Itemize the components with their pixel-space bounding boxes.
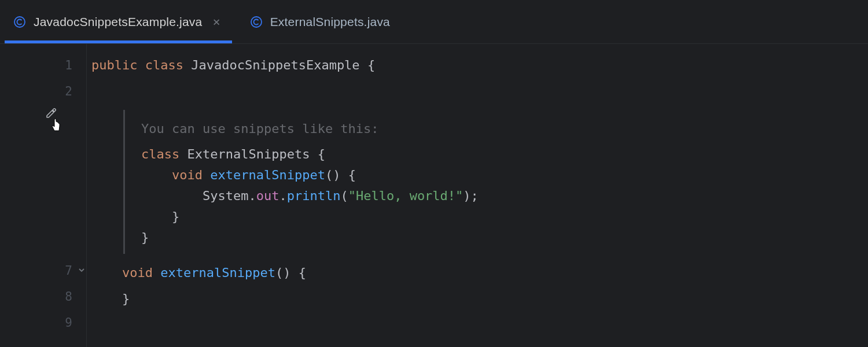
code-line: void externalSnippet() { [91,260,868,286]
tab-bar: JavadocSnippetsExample.java × ExternalSn… [0,0,868,44]
code-line [91,78,868,104]
java-class-icon [251,16,262,28]
svg-point-0 [14,17,25,27]
tab-external-snippets[interactable]: ExternalSnippets.java [237,0,404,43]
line-number[interactable]: 8 [0,283,86,309]
code-editor[interactable]: public class JavadocSnippetsExample { Yo… [87,44,868,347]
line-number[interactable]: 2 [0,78,86,104]
line-number[interactable]: 1 [0,52,86,78]
gutter-doc-region [0,104,86,257]
close-icon[interactable]: × [210,14,222,29]
javadoc-snippet-code: class ExternalSnippets { void externalSn… [141,144,868,248]
code-line: } [91,286,868,312]
chevron-down-icon[interactable] [78,265,85,276]
tab-label: ExternalSnippets.java [270,15,390,29]
javadoc-rendered-block[interactable]: You can use snippets like this: class Ex… [123,110,868,254]
code-line [91,312,868,338]
pointer-cursor-icon [50,118,62,135]
line-number[interactable]: 7 [0,257,86,283]
line-number[interactable]: 9 [0,309,86,335]
gutter: 1 2 7 8 9 [0,44,87,347]
tab-label: JavadocSnippetsExample.java [34,15,202,29]
tab-javadoc-snippets-example[interactable]: JavadocSnippetsExample.java × [0,0,237,43]
editor-area: 1 2 7 8 9 public class JavadocSnippetsEx… [0,44,868,347]
java-class-icon [14,16,25,28]
code-line: public class JavadocSnippetsExample { [91,52,868,78]
javadoc-text: You can use snippets like this: [141,116,868,142]
svg-point-1 [251,17,262,27]
